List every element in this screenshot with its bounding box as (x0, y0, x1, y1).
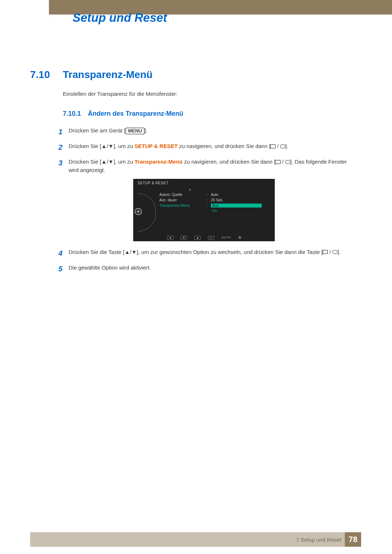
auto-label: AUTO (221, 236, 231, 240)
step-number: 3 (58, 157, 69, 169)
header-band (0, 0, 392, 15)
up-down-arrows-icon: ▲/▼ (101, 159, 114, 165)
osd-body: ▲ Autom. Quelle : Auto Anz. dauer : 20 S… (159, 188, 271, 214)
step-text: Drücken Sie die Taste [▲/▼], um zur gewü… (69, 248, 340, 256)
step-2: 2 Drücken Sie [▲/▼], um zu SETUP & RESET… (58, 142, 350, 153)
step-1: 1 Drücken Sie am Gerät [MENU]. (58, 126, 350, 138)
step-text: Drücken Sie am Gerät [MENU]. (69, 126, 147, 135)
enter-icon: ↵ (208, 236, 214, 240)
enter-icon (280, 144, 285, 148)
enter-icon (285, 160, 290, 164)
up-down-arrows-icon: ▲/▼ (101, 143, 114, 149)
up-down-arrows-icon: ▲/▼ (124, 249, 137, 255)
osd-colon: : (207, 204, 211, 208)
osd-row: Anz. dauer : 20 Sek. (159, 197, 271, 203)
text-fragment: ], um zur gewünschten Option zu wechseln… (137, 249, 323, 255)
step-5: 5 Die gewählte Option wird aktiviert. (58, 263, 350, 275)
intro-text: Einstellen der Transparenz für die Menüf… (63, 91, 350, 97)
section-title: Transparenz-Menü (63, 69, 152, 81)
scroll-up-icon: ▲ (188, 188, 271, 191)
power-icon: ⏻ (238, 236, 241, 240)
page-tab-notch (34, 0, 49, 18)
step-number: 1 (58, 126, 69, 138)
subsection-title: Ändern des Transparenz-Menü (88, 110, 183, 117)
step-number: 5 (58, 263, 69, 275)
text-fragment: zu navigieren, und drücken Sie dann [ (177, 143, 270, 149)
source-icon (270, 144, 275, 148)
text-fragment: Drücken Sie die Taste [ (69, 249, 124, 255)
enter-icon (332, 250, 338, 254)
nav-down-icon: ▼ (181, 236, 187, 240)
osd-selected-value: Aus (211, 204, 262, 208)
subsection-heading: 7.10.1 Ändern des Transparenz-Menü (63, 110, 350, 118)
steps-list: 1 Drücken Sie am Gerät [MENU]. 2 Drücken… (58, 126, 350, 275)
text-fragment: ]. (285, 143, 288, 149)
step-4: 4 Drücken Sie die Taste [▲/▼], um zur ge… (58, 248, 350, 259)
step-3: 3 Drücken Sie [▲/▼], um zu Transparenz-M… (58, 157, 350, 175)
osd-screenshot: SETUP & RESET ▲ Autom. Quelle : Auto Anz… (133, 179, 275, 241)
text-fragment: zu navigieren, und drücken Sie dann [ (183, 159, 275, 165)
osd-value: 20 Sek. (211, 198, 223, 202)
text-fragment: Drücken Sie am Gerät [ (69, 127, 126, 134)
section-heading: 7.10 Transparenz-Menü (30, 69, 350, 81)
step-text: Die gewählte Option wird aktiviert. (69, 263, 151, 272)
text-fragment: ]. (144, 127, 147, 134)
osd-footer: ◄ ▼ ▲ ↵ AUTO ⏻ (133, 236, 275, 240)
osd-label: Anz. dauer (159, 198, 207, 202)
source-icon (323, 250, 328, 254)
subsection-number: 7.10.1 (63, 110, 81, 117)
osd-row-option: Ein (159, 208, 271, 214)
keyword-transparenz: Transparenz-Menü (134, 159, 183, 165)
footer-bar: 7 Setup und Reset 78 (30, 532, 361, 547)
osd-colon: : (207, 193, 211, 197)
osd-title: SETUP & RESET (138, 181, 168, 185)
source-icon (275, 160, 281, 164)
menu-button-label: MENU (126, 128, 144, 134)
nav-up-icon: ▲ (194, 236, 201, 240)
osd-row: Autom. Quelle : Auto (159, 192, 271, 197)
text-fragment: ]. (338, 249, 340, 255)
page-content: 7.10 Transparenz-Menü Einstellen der Tra… (30, 69, 350, 279)
footer-chapter-text: 7 Setup und Reset (296, 537, 341, 543)
osd-option-value: Ein (211, 209, 217, 213)
keyword-setup-reset: SETUP & RESET (134, 143, 177, 149)
nav-left-icon: ◄ (167, 236, 173, 240)
step-text: Drücken Sie [▲/▼], um zu Transparenz-Men… (69, 157, 350, 175)
step-number: 2 (58, 142, 69, 153)
text-fragment: ], um zu (114, 143, 135, 149)
text-fragment: Drücken Sie [ (69, 143, 101, 149)
osd-row-selected: Transparenz-Menü : Aus (159, 203, 271, 208)
text-fragment: Drücken Sie [ (69, 159, 101, 165)
page-number: 78 (345, 532, 361, 547)
osd-value: Auto (211, 193, 219, 197)
osd-label: Autom. Quelle (159, 193, 207, 197)
section-number: 7.10 (30, 69, 63, 81)
osd-label: Transparenz-Menü (159, 204, 207, 208)
step-number: 4 (58, 248, 69, 259)
chapter-title: Setup und Reset (73, 11, 167, 25)
gear-icon (135, 208, 144, 217)
text-fragment: ], um zu (114, 159, 135, 165)
osd-colon: : (207, 198, 211, 202)
step-text: Drücken Sie [▲/▼], um zu SETUP & RESET z… (69, 142, 288, 150)
